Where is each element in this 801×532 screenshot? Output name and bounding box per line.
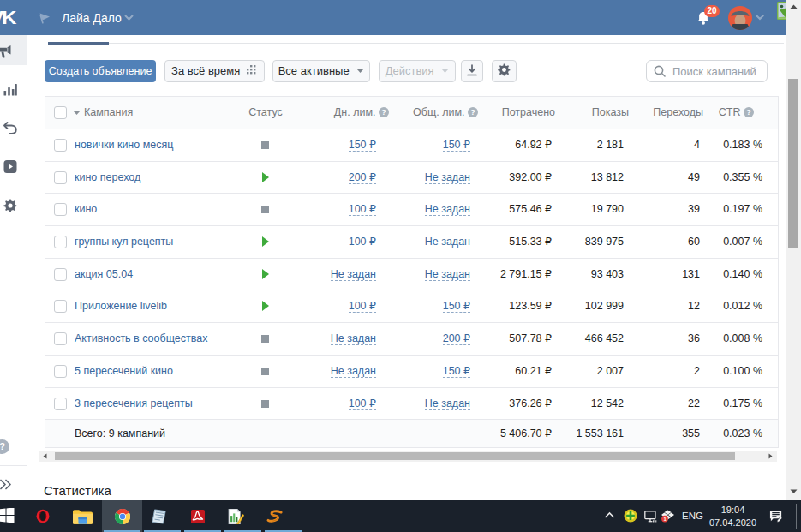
svg-text:VK: VK bbox=[0, 9, 17, 27]
